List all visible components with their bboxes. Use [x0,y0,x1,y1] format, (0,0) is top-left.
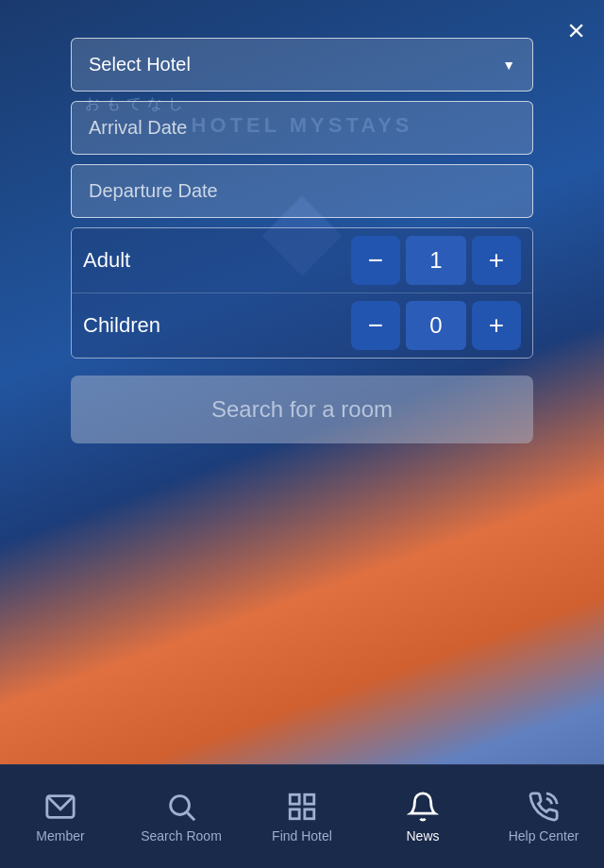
grid-icon [286,791,318,823]
children-plus-button[interactable]: + [472,301,521,350]
nav-label-help-center: Help Center [509,828,579,843]
children-controls: − 0 + [351,301,521,350]
svg-rect-4 [305,794,314,804]
nav-item-help-center[interactable]: Help Center [496,791,591,843]
children-value: 0 [406,301,466,350]
adult-minus-button[interactable]: − [351,236,400,285]
phone-icon [528,791,560,823]
bottom-navigation: Member Search Room Find Hotel News [0,764,604,868]
children-minus-button[interactable]: − [351,301,400,350]
modal-overlay: × Select Hotel ▼ Arrival Date Departure … [0,0,604,868]
children-stepper-row: Children − 0 + [72,293,532,358]
adult-value: 1 [406,236,466,285]
arrival-date-label: Arrival Date [89,117,187,138]
svg-rect-6 [305,809,314,818]
svg-rect-3 [290,794,299,804]
children-label: Children [83,313,351,338]
adult-plus-button[interactable]: + [472,236,521,285]
nav-item-member[interactable]: Member [13,791,108,843]
departure-date-input[interactable]: Departure Date [71,164,533,218]
search-room-button[interactable]: Search for a room [71,376,533,443]
nav-item-search-room[interactable]: Search Room [134,791,228,843]
nav-item-find-hotel[interactable]: Find Hotel [255,791,349,843]
arrival-date-input[interactable]: Arrival Date [71,101,533,155]
search-icon [165,791,197,823]
nav-label-find-hotel: Find Hotel [272,828,332,843]
booking-form: Select Hotel ▼ Arrival Date Departure Da… [71,38,533,443]
adult-stepper-row: Adult − 1 + [72,228,532,293]
close-button[interactable]: × [567,15,585,45]
guest-stepper-group: Adult − 1 + Children − 0 + [71,227,533,359]
svg-rect-5 [290,809,299,818]
svg-line-2 [187,812,194,820]
adult-label: Adult [83,248,351,273]
svg-point-1 [171,795,190,814]
chevron-down-icon: ▼ [502,58,515,73]
departure-date-label: Departure Date [89,180,218,201]
nav-item-news[interactable]: News [376,791,470,843]
select-hotel-dropdown[interactable]: Select Hotel ▼ [71,38,533,92]
bell-icon [407,791,439,823]
select-hotel-label: Select Hotel [89,54,191,75]
nav-label-search-room: Search Room [141,828,222,843]
adult-controls: − 1 + [351,236,521,285]
nav-label-news: News [406,828,439,843]
mail-icon [44,791,76,823]
nav-label-member: Member [36,828,84,843]
